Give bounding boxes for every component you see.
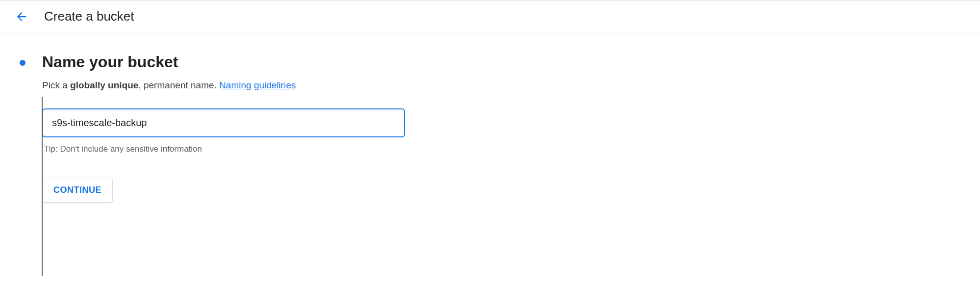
hint-text-bold: globally unique [70, 80, 138, 90]
page-header: Create a bucket [0, 0, 980, 33]
back-arrow-icon[interactable] [15, 10, 28, 24]
step-progress-line [42, 97, 43, 276]
main-content: Name your bucket Pick a globally unique,… [0, 33, 980, 203]
input-tip: Tip: Don't include any sensitive informa… [44, 144, 965, 154]
naming-hint: Pick a globally unique, permanent name. … [42, 80, 965, 91]
bucket-name-input[interactable] [42, 108, 405, 137]
page-title: Create a bucket [44, 9, 134, 24]
section-title: Name your bucket [42, 53, 965, 71]
step-indicator-dot [20, 60, 25, 66]
naming-guidelines-link[interactable]: Naming guidelines [219, 80, 296, 90]
hint-text-prefix: Pick a [42, 80, 70, 90]
continue-button[interactable]: CONTINUE [42, 178, 113, 203]
hint-text-suffix: , permanent name. [138, 80, 219, 90]
